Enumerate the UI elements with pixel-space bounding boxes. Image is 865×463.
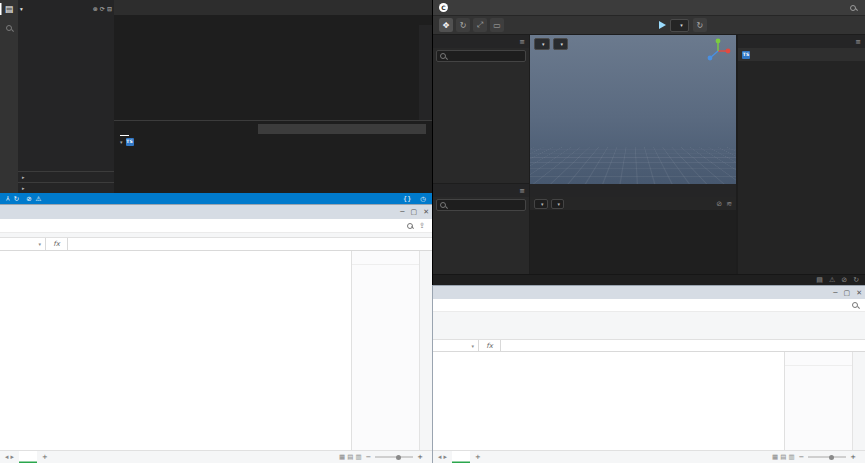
rotate-tool-icon[interactable]: ↻ bbox=[456, 18, 470, 32]
problems-filter-input[interactable] bbox=[258, 124, 426, 134]
scale-tool-icon[interactable]: ⤢ bbox=[473, 18, 487, 32]
zoom-in-button[interactable]: + bbox=[850, 453, 856, 461]
explorer-icon[interactable]: ▤ bbox=[0, 3, 18, 15]
assets-panel: ≡ bbox=[433, 184, 529, 274]
formula-input[interactable] bbox=[501, 340, 865, 351]
chevron-down-icon: ▾ bbox=[680, 22, 683, 28]
code-editor[interactable] bbox=[114, 25, 432, 120]
zoom-knob[interactable] bbox=[829, 455, 834, 460]
problems-file-row[interactable]: ▾ TS bbox=[114, 136, 432, 147]
breadcrumb[interactable] bbox=[114, 15, 432, 25]
hierarchy-panel: ≡ bbox=[433, 35, 529, 184]
wps-structs-window: ─▢✕ ▾ fx ◂ ▸ + ▦ ▤ ▥ − bbox=[432, 285, 865, 463]
play-button[interactable] bbox=[659, 21, 666, 29]
timeline-section[interactable]: ▸ bbox=[18, 182, 114, 193]
cell-name-box[interactable]: ▾ bbox=[433, 340, 479, 351]
error-icon[interactable]: ⊘ bbox=[841, 276, 847, 284]
assets-header[interactable]: ≡ bbox=[433, 184, 529, 197]
sheet-nav-icons[interactable]: ◂ ▸ bbox=[5, 453, 14, 461]
view-mode-icons[interactable]: ▦ ▤ ▥ bbox=[772, 453, 795, 461]
scene-view[interactable]: ▾ ▾ bbox=[530, 35, 736, 184]
inspector-header[interactable]: ≡ bbox=[738, 35, 865, 48]
zoom-in-button[interactable]: + bbox=[417, 453, 423, 461]
add-sheet-button[interactable]: + bbox=[475, 453, 481, 461]
refresh-icon[interactable]: ↻ bbox=[693, 18, 707, 32]
search-icon[interactable] bbox=[852, 302, 858, 308]
fx-icon[interactable]: fx bbox=[479, 340, 501, 351]
center-panels: ▾ ▾ bbox=[530, 35, 737, 274]
side-toolbar bbox=[419, 251, 432, 450]
view-mode-icons[interactable]: ▦ ▤ ▥ bbox=[339, 453, 362, 461]
preview-target-select[interactable]: ▾ bbox=[670, 19, 689, 32]
minimize-button[interactable]: ─ bbox=[833, 289, 837, 297]
notifications-bell-icon[interactable]: ◷ bbox=[420, 195, 426, 203]
move-tool-icon[interactable]: ✥ bbox=[439, 18, 453, 32]
hierarchy-header[interactable]: ≡ bbox=[433, 35, 529, 48]
view-mode-toggle[interactable]: ▾ bbox=[534, 38, 550, 50]
zoom-controls: ▦ ▤ ▥ − + bbox=[772, 453, 860, 461]
minimap[interactable] bbox=[419, 25, 432, 120]
collapse-icon[interactable]: ≋ bbox=[726, 200, 732, 208]
language-mode[interactable]: {} bbox=[403, 195, 413, 203]
problems-tab[interactable] bbox=[120, 121, 129, 136]
maximize-button[interactable]: ▢ bbox=[844, 289, 851, 297]
play-controls: ▾ ↻ bbox=[659, 18, 707, 32]
zoom-slider[interactable] bbox=[808, 456, 846, 458]
workspace-header[interactable]: ▾ ⊕ ⟳ ⊟ bbox=[18, 3, 114, 14]
error-icon: ⊘ bbox=[26, 195, 31, 203]
preview-address[interactable] bbox=[850, 5, 859, 11]
hierarchy-tree bbox=[433, 64, 529, 183]
more-icon[interactable]: ≡ bbox=[855, 38, 861, 46]
zoom-slider[interactable] bbox=[375, 456, 413, 458]
git-branch-status[interactable]: Y↻ bbox=[6, 195, 19, 203]
fx-icon[interactable]: fx bbox=[46, 238, 68, 250]
search-icon[interactable] bbox=[0, 22, 18, 34]
sheet-nav-icons[interactable]: ◂ ▸ bbox=[438, 453, 447, 461]
close-button[interactable]: ✕ bbox=[856, 289, 862, 297]
share-icon[interactable]: ⇪ bbox=[419, 221, 425, 230]
log-level-select[interactable]: ▾ bbox=[534, 199, 548, 209]
explorer-sections: ▸ ▸ bbox=[18, 171, 114, 193]
assets-search-input[interactable] bbox=[436, 199, 526, 211]
console-filter-bar: ▾ ▾ ⊘≋ bbox=[530, 197, 736, 210]
log-type-select[interactable]: ▾ bbox=[551, 199, 565, 209]
sheet-tab[interactable] bbox=[452, 451, 470, 463]
explorer-actions[interactable]: ⊕ ⟳ ⊟ bbox=[93, 5, 112, 12]
more-icon[interactable]: ≡ bbox=[519, 38, 525, 46]
camera-preset-select[interactable]: ▾ bbox=[553, 38, 569, 50]
maximize-button[interactable]: ▢ bbox=[411, 208, 418, 216]
formula-input[interactable] bbox=[68, 238, 432, 250]
hierarchy-search-input[interactable] bbox=[436, 50, 526, 62]
more-icon[interactable]: ≡ bbox=[519, 187, 525, 195]
message-icon[interactable]: ▤ bbox=[816, 276, 823, 284]
zoom-out-button[interactable]: − bbox=[366, 453, 372, 461]
editor-tabs bbox=[114, 0, 432, 15]
add-sheet-button[interactable]: + bbox=[42, 453, 48, 461]
vscode-window: ▤ ▾ ⊕ ⟳ ⊟ ▸ ▸ bbox=[0, 0, 432, 204]
close-button[interactable]: ✕ bbox=[423, 208, 429, 216]
task-pane-body bbox=[785, 366, 852, 446]
chevron-down-icon: ▾ bbox=[561, 41, 564, 47]
formula-bar: ▾ fx bbox=[0, 238, 432, 251]
sheet-tab[interactable] bbox=[19, 451, 37, 463]
rect-tool-icon[interactable]: ▭ bbox=[490, 18, 504, 32]
error-warning-status[interactable]: ⊘⚠ bbox=[26, 195, 43, 203]
refresh-icon[interactable]: ↻ bbox=[853, 276, 859, 284]
cell-name-box[interactable]: ▾ bbox=[0, 238, 46, 250]
vscode-status-bar: Y↻ ⊘⚠ {} ◷ bbox=[0, 193, 432, 204]
warning-icon[interactable]: ⚠ bbox=[829, 276, 835, 284]
scene-overlay-controls: ▾ ▾ bbox=[534, 38, 568, 50]
zoom-out-button[interactable]: − bbox=[799, 453, 805, 461]
axis-gizmo-icon[interactable] bbox=[705, 38, 731, 68]
minimize-button[interactable]: ─ bbox=[400, 208, 404, 216]
zoom-knob[interactable] bbox=[396, 455, 401, 460]
cocos-main: ≡ ≡ ▾ ▾ bbox=[433, 35, 865, 274]
code-lines[interactable] bbox=[131, 25, 419, 120]
search-icon[interactable] bbox=[407, 223, 413, 229]
outline-section[interactable]: ▸ bbox=[18, 171, 114, 182]
inspector-file-row[interactable]: TS bbox=[738, 48, 865, 61]
left-panels: ≡ ≡ bbox=[433, 35, 530, 274]
console-log-area[interactable] bbox=[530, 210, 736, 274]
clear-log-icon[interactable]: ⊘ bbox=[716, 200, 722, 208]
search-icon bbox=[440, 202, 446, 208]
